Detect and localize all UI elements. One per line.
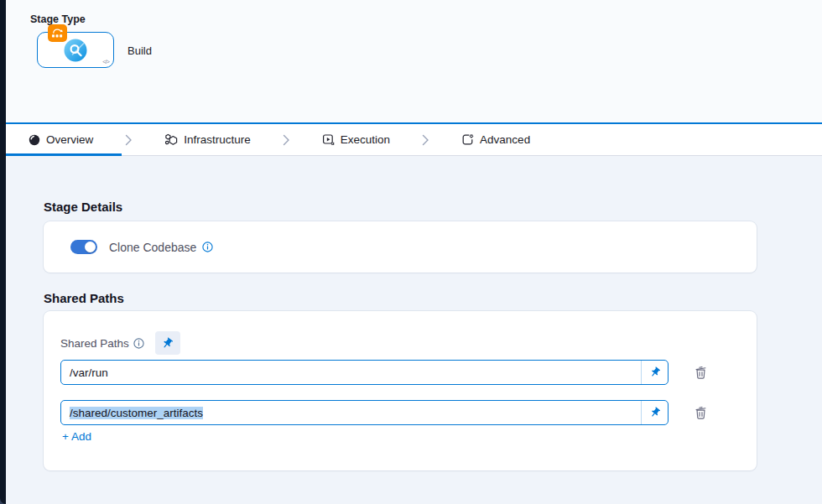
overview-icon (29, 134, 40, 146)
tab-overview-label: Overview (46, 133, 93, 146)
add-path-button[interactable]: + Add (62, 430, 91, 443)
stage-type-value: Build (127, 44, 152, 57)
tab-execution[interactable]: Execution (322, 133, 390, 146)
selected-text: /shared/customer_artifacts (70, 407, 203, 419)
advanced-icon (461, 133, 474, 146)
clone-codebase-label: Clone Codebase (109, 241, 196, 254)
pin-toggle[interactable] (641, 401, 668, 424)
tab-execution-label: Execution (341, 133, 390, 146)
overview-tab-content: Stage Details Clone Codebase Shared Path… (6, 157, 822, 504)
path-value: /shared/customer_artifacts (61, 407, 641, 419)
toggle-knob (85, 242, 96, 252)
info-icon[interactable] (202, 242, 213, 252)
shared-paths-heading: Shared Paths (44, 291, 124, 305)
pin-icon (159, 334, 176, 351)
tab-infrastructure-label: Infrastructure (184, 133, 251, 146)
chevron-right-icon (125, 134, 133, 146)
shared-path-row: /shared/customer_artifacts (60, 400, 708, 425)
infrastructure-icon (164, 133, 178, 146)
stage-config-tabbar: Overview Infrastructure Execution (6, 124, 822, 156)
pin-icon (647, 364, 663, 381)
shared-path-input[interactable]: /var/run (60, 360, 669, 385)
code-glyph: </> (102, 58, 109, 65)
tab-overview[interactable]: Overview (29, 133, 93, 146)
execution-icon (322, 133, 335, 146)
delete-path-button[interactable] (694, 366, 708, 380)
left-dark-rail (0, 0, 6, 504)
pin-all-button[interactable] (155, 331, 180, 355)
tab-advanced[interactable]: Advanced (461, 133, 530, 146)
shared-paths-card: Shared Paths /var/run (44, 311, 757, 470)
pin-toggle[interactable] (641, 361, 668, 384)
tab-advanced-label: Advanced (480, 133, 530, 146)
chevron-right-icon (422, 134, 429, 146)
delete-path-button[interactable] (694, 406, 708, 420)
stage-type-panel: Stage Type (6, 0, 822, 122)
active-tab-underline (6, 153, 122, 156)
build-ci-icon (63, 38, 88, 63)
shared-path-input[interactable]: /shared/customer_artifacts (60, 400, 669, 425)
shared-paths-label-row: Shared Paths (60, 331, 180, 355)
path-value: /var/run (61, 366, 641, 379)
clone-codebase-toggle[interactable] (70, 240, 97, 254)
shared-paths-field-label: Shared Paths (60, 337, 129, 350)
info-icon[interactable] (133, 338, 144, 349)
stage-type-label: Stage Type (30, 13, 86, 25)
shared-path-row: /var/run (60, 360, 708, 385)
stage-details-card: Clone Codebase (44, 221, 757, 273)
pin-icon (647, 404, 663, 421)
chevron-right-icon (283, 134, 290, 146)
stage-details-heading: Stage Details (44, 200, 122, 214)
build-stage-card[interactable]: </> (37, 32, 114, 68)
tab-infrastructure[interactable]: Infrastructure (164, 133, 251, 146)
